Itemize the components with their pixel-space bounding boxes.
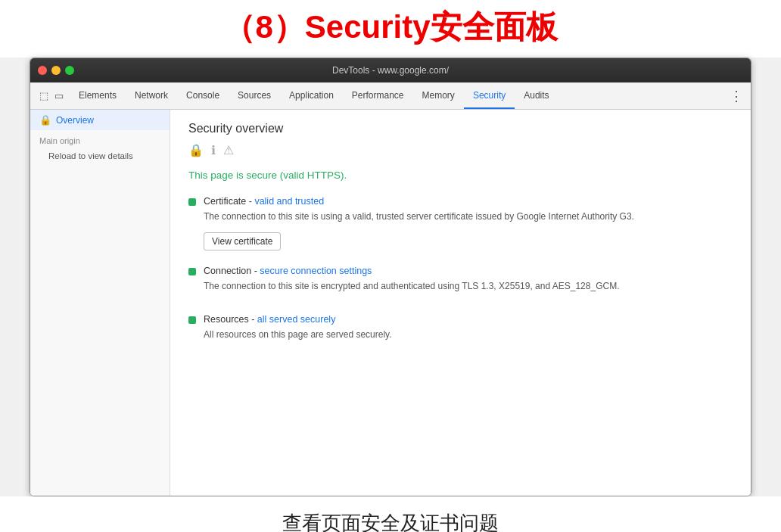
main-panel: Security overview 🔒 ℹ ⚠ This page is sec…: [170, 110, 751, 496]
info-status-icon: ℹ: [211, 143, 216, 157]
tab-sources[interactable]: Sources: [229, 82, 280, 109]
connection-title-plain: Connection -: [204, 266, 260, 276]
tab-audits[interactable]: Audits: [515, 82, 558, 109]
sidebar-section-header: Main origin: [30, 130, 170, 148]
certificate-title: Certificate - valid and trusted: [204, 196, 733, 207]
traffic-lights: [38, 66, 74, 75]
close-button[interactable]: [38, 66, 47, 75]
sidebar-reload-link[interactable]: Reload to view details: [30, 148, 170, 163]
tab-memory[interactable]: Memory: [413, 82, 464, 109]
tab-security[interactable]: Security: [464, 82, 515, 109]
resources-description: All resources on this page are served se…: [204, 328, 733, 341]
title-bar: DevTools - www.google.com/: [30, 58, 751, 82]
sidebar-overview-label: Overview: [56, 115, 94, 126]
bottom-subtitle-text: 查看页面安全及证书问题: [282, 512, 499, 532]
certificate-title-link[interactable]: valid and trusted: [254, 196, 324, 207]
mobile-icon[interactable]: ▭: [53, 90, 65, 102]
resources-bullet: [188, 316, 196, 324]
more-tabs-button[interactable]: ⋮: [722, 82, 751, 109]
title-bar-text: DevTools - www.google.com/: [332, 65, 449, 76]
certificate-item: Certificate - valid and trusted The conn…: [188, 196, 733, 250]
sidebar-item-overview[interactable]: 🔒 Overview: [30, 110, 170, 130]
security-overview-title: Security overview: [188, 122, 733, 135]
sidebar: 🔒 Overview Main origin Reload to view de…: [30, 110, 170, 496]
devtools-body: 🔒 Overview Main origin Reload to view de…: [30, 110, 751, 496]
tab-network[interactable]: Network: [126, 82, 177, 109]
connection-item: Connection - secure connection settings …: [188, 266, 733, 299]
connection-description: The connection to this site is encrypted…: [204, 279, 733, 293]
page-header: （8）Security安全面板: [0, 0, 781, 58]
resources-title-plain: Resources -: [204, 314, 257, 325]
certificate-description: The connection to this site is using a v…: [204, 210, 733, 223]
maximize-button[interactable]: [65, 66, 74, 75]
minimize-button[interactable]: [51, 66, 61, 75]
connection-bullet: [188, 268, 196, 275]
tab-performance[interactable]: Performance: [343, 82, 413, 109]
browser-window: DevTools - www.google.com/ ⬚ ▭ Elements …: [30, 58, 751, 496]
secure-message: This page is secure (valid HTTPS).: [188, 170, 733, 181]
bottom-subtitle-area: 查看页面安全及证书问题: [0, 496, 781, 532]
connection-title-link[interactable]: secure connection settings: [260, 266, 372, 276]
resources-title-link[interactable]: all served securely: [257, 314, 336, 325]
page-title: （8）Security安全面板: [223, 9, 557, 45]
resources-content: Resources - all served securely All reso…: [204, 314, 733, 347]
tab-application[interactable]: Application: [280, 82, 343, 109]
resources-title: Resources - all served securely: [204, 314, 733, 325]
connection-title: Connection - secure connection settings: [204, 266, 733, 276]
cursor-icon[interactable]: ⬚: [38, 90, 50, 102]
view-certificate-button[interactable]: View certificate: [204, 232, 281, 250]
tab-icon-area: ⬚ ▭: [33, 82, 70, 109]
certificate-title-plain: Certificate -: [204, 196, 254, 207]
warn-status-icon: ⚠: [223, 143, 234, 157]
lock-icon: 🔒: [39, 114, 51, 126]
certificate-bullet: [188, 198, 196, 206]
tab-console[interactable]: Console: [177, 82, 229, 109]
lock-status-icon: 🔒: [188, 143, 204, 157]
security-icons-row: 🔒 ℹ ⚠: [188, 143, 733, 157]
resources-item: Resources - all served securely All reso…: [188, 314, 733, 347]
devtools-tabs: ⬚ ▭ Elements Network Console Sources App…: [30, 82, 751, 110]
tab-elements[interactable]: Elements: [70, 82, 126, 109]
certificate-content: Certificate - valid and trusted The conn…: [204, 196, 733, 250]
connection-content: Connection - secure connection settings …: [204, 266, 733, 299]
